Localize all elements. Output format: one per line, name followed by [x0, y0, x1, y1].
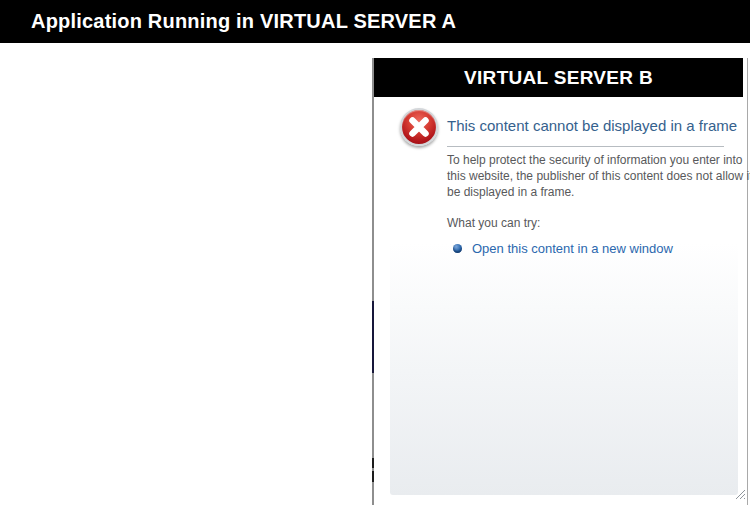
- server-a-title-bar: Application Running in VIRTUAL SERVER A: [0, 0, 750, 43]
- virtual-server-b-window: VIRTUAL SERVER B This content cannot be …: [372, 58, 748, 505]
- error-description-line: be displayed in a frame.: [447, 184, 750, 200]
- clipped-content-fragment: [372, 458, 374, 468]
- virtual-server-b-title: VIRTUAL SERVER B: [464, 67, 653, 89]
- server-a-title: Application Running in VIRTUAL SERVER A: [0, 10, 456, 33]
- error-x-icon: [400, 108, 438, 146]
- heading-divider: [447, 146, 724, 147]
- error-description: To help protect the security of informat…: [447, 152, 750, 200]
- open-new-window-link[interactable]: Open this content in a new window: [472, 241, 673, 256]
- error-description-line: To help protect the security of informat…: [447, 152, 750, 168]
- error-description-line: this website, the publisher of this cont…: [447, 168, 750, 184]
- virtual-server-b-title-bar: VIRTUAL SERVER B: [374, 58, 743, 97]
- open-new-window-row: Open this content in a new window: [453, 241, 673, 256]
- clipped-content-fragment: [372, 471, 374, 482]
- bullet-icon: [453, 244, 462, 253]
- resize-grip-icon[interactable]: [735, 486, 746, 497]
- clipped-content-fragment: [372, 301, 374, 373]
- what-you-can-try-label: What you can try:: [447, 216, 540, 230]
- error-heading: This content cannot be displayed in a fr…: [447, 117, 727, 134]
- frame-error-page: This content cannot be displayed in a fr…: [374, 97, 747, 505]
